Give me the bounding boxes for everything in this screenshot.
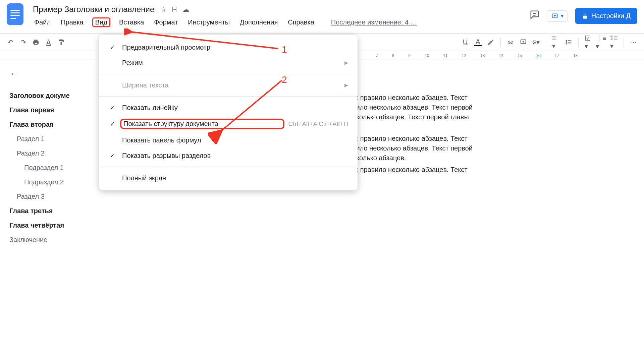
document-outline: ← Заголовок докумеГлава перваяГлава втор… xyxy=(0,60,101,362)
app-header: Пример Заголовки и оглавление ☆ ⍈ ☁ Файл… xyxy=(0,0,644,34)
ruler-tick: 12 xyxy=(462,53,466,58)
highlight-icon[interactable] xyxy=(487,39,494,46)
link-icon[interactable] xyxy=(507,39,514,46)
line-spacing-icon[interactable] xyxy=(565,39,572,46)
outline-item[interactable]: Глава третья xyxy=(9,204,91,218)
svg-point-7 xyxy=(534,41,534,42)
cloud-status-icon[interactable]: ☁ xyxy=(182,5,189,13)
spellcheck-icon[interactable]: A̲ xyxy=(45,39,52,46)
menu-insert[interactable]: Вставка xyxy=(118,18,145,27)
ruler-tick: 16 xyxy=(536,53,540,58)
menu-show-ruler[interactable]: ✓ Показать линейку xyxy=(99,100,358,115)
outline-item[interactable]: Глава вторая xyxy=(9,117,91,132)
submenu-arrow-icon: ▶ xyxy=(344,60,348,65)
document-title[interactable]: Пример Заголовки и оглавление xyxy=(33,5,154,14)
check-icon: ✓ xyxy=(109,44,116,51)
checklist-icon[interactable]: ☑ ▾ xyxy=(585,39,592,46)
ruler-tick: 14 xyxy=(499,53,503,58)
outline-item[interactable]: Раздел 1 xyxy=(9,132,91,146)
share-button[interactable]: Настройки Д xyxy=(575,8,637,24)
bulleted-list-icon[interactable]: ⋮≡ ▾ xyxy=(597,39,605,46)
menu-text-width: Ширина текста ▶ xyxy=(99,77,358,93)
ruler-tick: 18 xyxy=(573,53,578,58)
submenu-arrow-icon: ▶ xyxy=(344,82,348,88)
last-edit-link[interactable]: Последнее изменение: 4 … xyxy=(331,18,417,26)
menu-view[interactable]: Вид xyxy=(92,17,110,27)
menu-show-section-breaks[interactable]: ✓ Показать разрывы разделов xyxy=(99,148,358,163)
paint-format-icon[interactable] xyxy=(58,39,65,46)
outline-item[interactable]: Раздел 3 xyxy=(9,189,91,204)
ruler-tick: 17 xyxy=(555,53,559,58)
docs-logo[interactable] xyxy=(7,3,23,25)
ruler-tick: 10 xyxy=(425,53,429,58)
star-icon[interactable]: ☆ xyxy=(160,5,166,13)
ruler-tick: 15 xyxy=(518,53,522,58)
outline-item[interactable]: Раздел 2 xyxy=(9,146,91,161)
undo-icon[interactable]: ↶ xyxy=(7,39,14,46)
menu-mode[interactable]: Режим ▶ xyxy=(99,55,358,70)
check-icon: ✓ xyxy=(109,120,116,128)
menu-show-outline[interactable]: ✓ Показать структуру документа Ctrl+Alt+… xyxy=(99,115,358,132)
check-icon: ✓ xyxy=(109,152,116,159)
print-icon[interactable] xyxy=(32,39,40,46)
ruler-tick: 13 xyxy=(480,53,485,58)
menu-tools[interactable]: Инструменты xyxy=(186,18,231,27)
ruler-tick: 11 xyxy=(443,53,447,58)
menu-fullscreen[interactable]: Полный экран xyxy=(99,170,358,186)
redo-icon[interactable]: ↷ xyxy=(19,39,27,46)
outline-item[interactable]: Подраздел 2 xyxy=(9,175,91,189)
menu-help[interactable]: Справка xyxy=(286,18,315,27)
move-icon[interactable]: ⍈ xyxy=(172,5,176,13)
menu-shortcut: Ctrl+Alt+A Ctrl+Alt+H xyxy=(288,120,348,128)
align-icon[interactable]: ≡ ▾ xyxy=(552,39,559,46)
outline-item[interactable]: Подраздел 1 xyxy=(9,161,91,175)
comments-icon[interactable] xyxy=(530,10,540,22)
underline-icon[interactable]: U xyxy=(462,39,469,46)
menu-show-formula-bar[interactable]: Показать панель формул xyxy=(99,132,358,148)
check-icon: ✓ xyxy=(109,104,116,111)
outline-collapse-icon[interactable]: ← xyxy=(9,68,19,79)
share-button-label: Настройки Д xyxy=(591,12,631,20)
menu-format[interactable]: Формат xyxy=(153,18,179,27)
text-color-icon[interactable]: A xyxy=(474,39,482,46)
present-button[interactable]: ▾ xyxy=(547,10,568,22)
ruler-tick: 7 xyxy=(376,53,378,58)
outline-item[interactable]: Глава первая xyxy=(9,103,91,117)
ruler-tick: 8 xyxy=(392,53,394,58)
outline-item[interactable]: Заключение xyxy=(9,233,91,247)
menu-preview[interactable]: ✓ Предварительный просмотр xyxy=(99,40,358,55)
view-menu-dropdown: ✓ Предварительный просмотр Режим ▶ Ширин… xyxy=(99,35,358,190)
numbered-list-icon[interactable]: 1≡ ▾ xyxy=(610,39,618,46)
outline-item[interactable]: Глава четвёртая xyxy=(9,218,91,233)
outline-item[interactable]: Заголовок докуме xyxy=(9,88,91,103)
more-icon[interactable]: ⋯ xyxy=(630,39,637,46)
menu-file[interactable]: Файл xyxy=(33,18,52,27)
comment-icon[interactable] xyxy=(520,39,527,46)
image-icon[interactable]: ▾ xyxy=(532,39,540,46)
menu-addons[interactable]: Дополнения xyxy=(238,18,279,27)
menu-edit[interactable]: Правка xyxy=(59,18,85,27)
menubar: Файл Правка Вид Вставка Формат Инструмен… xyxy=(33,17,530,27)
ruler-tick: 9 xyxy=(408,53,411,58)
